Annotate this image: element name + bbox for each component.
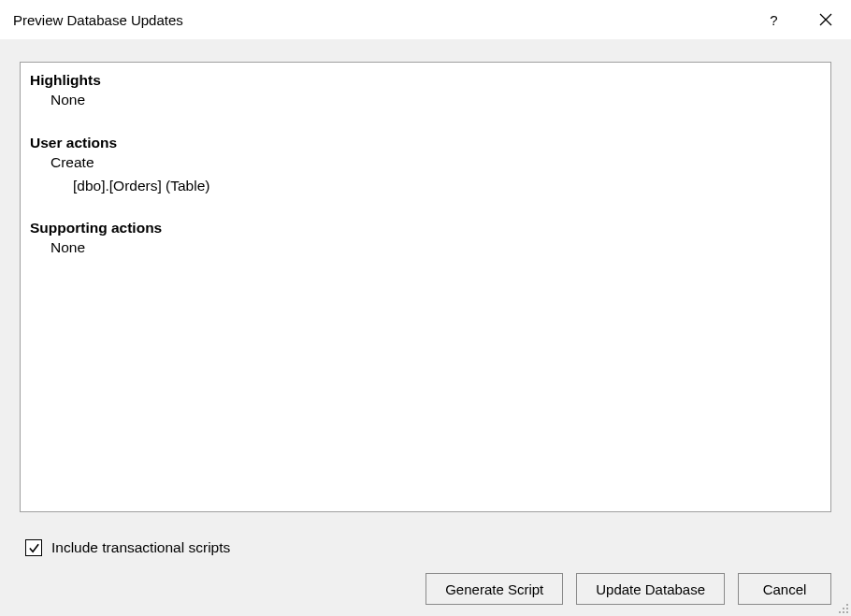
supporting-actions-none: None [50,236,821,260]
user-actions-item: [dbo].[Orders] (Table) [73,175,821,198]
close-icon [819,13,832,26]
svg-point-5 [839,611,841,613]
titlebar-buttons: ? [748,0,851,39]
footer: Include transactional scripts Generate S… [0,523,851,616]
content-panel: Highlights None User actions Create [dbo… [20,62,831,512]
resize-grip-icon [836,601,849,614]
checkbox-row: Include transactional scripts [25,539,831,556]
dialog-body: Highlights None User actions Create [dbo… [0,39,851,616]
checkmark-icon [28,542,40,554]
include-transactional-label: Include transactional scripts [51,539,230,556]
close-button[interactable] [800,0,851,39]
svg-point-6 [843,611,844,613]
svg-point-3 [843,608,844,609]
highlights-none: None [50,89,821,112]
user-actions-action: Create [50,151,821,175]
include-transactional-checkbox[interactable] [25,539,42,556]
svg-point-2 [846,604,848,606]
supporting-actions-header: Supporting actions [30,220,821,236]
update-database-button[interactable]: Update Database [576,573,725,605]
cancel-button[interactable]: Cancel [738,573,831,605]
resize-grip[interactable] [836,601,849,614]
window-title: Preview Database Updates [13,12,748,28]
button-row: Generate Script Update Database Cancel [20,573,831,605]
svg-point-4 [846,608,848,609]
svg-point-7 [846,611,848,613]
user-actions-header: User actions [30,135,821,151]
generate-script-button[interactable]: Generate Script [426,573,563,605]
help-button[interactable]: ? [748,0,800,39]
titlebar: Preview Database Updates ? [0,0,851,39]
highlights-header: Highlights [30,72,821,89]
